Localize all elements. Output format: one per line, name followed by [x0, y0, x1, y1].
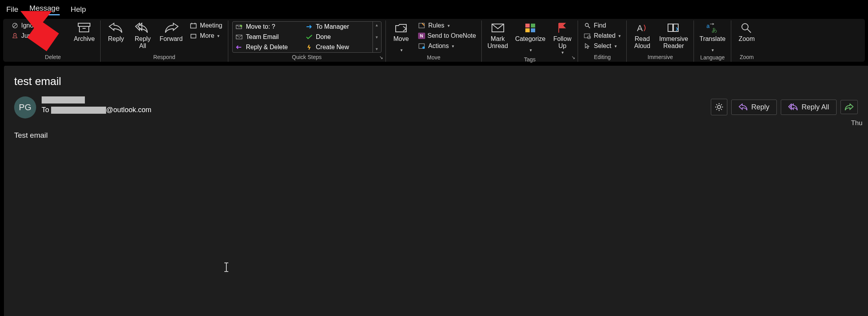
tab-file[interactable]: File: [6, 5, 18, 15]
group-respond-label: Respond: [105, 53, 224, 61]
reply-icon: [739, 103, 747, 111]
pane-replyall-button[interactable]: Reply All: [781, 100, 837, 115]
quickstep-tomanager-label: To Manager: [316, 23, 349, 30]
actions-button[interactable]: Actions▾: [417, 42, 478, 50]
svg-rect-6: [79, 26, 89, 32]
reading-pane: test email PG To @outlook.com Reply Repl…: [4, 66, 868, 316]
readaloud-label: Read Aloud: [634, 35, 650, 50]
to-address-redacted: [51, 107, 106, 114]
quickstep-tomanager[interactable]: To Manager: [303, 22, 373, 32]
sun-icon: [715, 103, 723, 111]
group-language: aあ Translate▾ Language: [694, 20, 731, 62]
more-respond-label: More: [200, 32, 214, 39]
svg-line-38: [721, 104, 722, 105]
svg-text:a: a: [707, 23, 710, 29]
group-delete-label: Delete: [9, 53, 96, 61]
quickstep-moveto[interactable]: Move to: ?: [233, 22, 303, 32]
svg-rect-18: [525, 24, 530, 28]
sender-avatar[interactable]: PG: [14, 96, 36, 118]
svg-rect-8: [191, 24, 196, 28]
svg-point-4: [14, 33, 17, 36]
replyall-label: Reply All: [135, 35, 151, 50]
flag-icon: [557, 22, 567, 34]
tab-help[interactable]: Help: [71, 5, 86, 15]
junk-button[interactable]: Junk▾: [9, 31, 42, 40]
select-label: Select: [594, 43, 611, 50]
svg-rect-11: [191, 34, 196, 38]
rules-button[interactable]: Rules▾: [417, 21, 478, 30]
replyall-icon: [135, 22, 150, 34]
reply-button[interactable]: Reply: [105, 21, 127, 43]
quickstep-done-label: Done: [316, 33, 331, 41]
meeting-label: Meeting: [200, 22, 222, 29]
svg-text:A: A: [637, 23, 643, 33]
immersivereader-button[interactable]: Immersive Reader: [657, 21, 690, 51]
more-respond-button[interactable]: More▾: [188, 31, 224, 40]
move-label: Move: [393, 35, 409, 43]
archive-label: Archive: [74, 35, 95, 43]
onenote-icon: N: [418, 33, 425, 39]
replyall-button[interactable]: Reply All: [131, 21, 154, 51]
ignore-button[interactable]: Ignore: [9, 21, 42, 30]
translate-icon: aあ: [706, 22, 719, 34]
to-suffix: @outlook.com: [106, 106, 151, 114]
toggle-light-button[interactable]: [711, 99, 727, 115]
group-quicksteps: Move to: ? To Manager ▴▾▾ Team Email Don…: [228, 20, 386, 62]
readaloud-button[interactable]: A Read Aloud: [631, 21, 653, 51]
pane-replyall-label: Reply All: [802, 103, 829, 111]
related-button[interactable]: Related▾: [582, 31, 622, 40]
quickstep-teamemail-label: Team Email: [246, 33, 279, 41]
group-quicksteps-label: Quick Steps: [232, 53, 382, 61]
quickstep-createnew[interactable]: Create New: [303, 42, 373, 52]
group-zoom-label: Zoom: [735, 53, 758, 61]
translate-button[interactable]: aあ Translate▾: [698, 21, 727, 54]
forward-button[interactable]: Forward: [158, 21, 184, 43]
onenote-label: Send to OneNote: [428, 32, 476, 39]
followup-label: Follow Up: [553, 35, 571, 50]
svg-point-25: [587, 36, 591, 39]
tab-message[interactable]: Message: [29, 4, 60, 15]
group-move: Move▾ Rules▾ N Send to OneNote Actions▾ …: [386, 20, 482, 62]
archive-button[interactable]: Archive: [72, 21, 96, 43]
message-actionbar: Reply Reply All: [711, 99, 858, 115]
onenote-button[interactable]: N Send to OneNote: [417, 31, 478, 40]
svg-point-29: [742, 24, 748, 30]
group-delete: Ignore Junk▾ Archive Delete: [6, 20, 101, 62]
immersivereader-label: Immersive Reader: [659, 35, 688, 50]
pane-forward-button[interactable]: [840, 100, 858, 114]
quickstep-teamemail[interactable]: Team Email: [233, 32, 303, 42]
markunread-button[interactable]: Mark Unread: [486, 21, 509, 51]
select-button[interactable]: Select▾: [582, 42, 622, 50]
quickstep-done[interactable]: Done: [303, 32, 373, 42]
zoom-label: Zoom: [739, 35, 755, 43]
quickstep-createnew-label: Create New: [316, 44, 349, 51]
zoom-icon: [741, 22, 752, 34]
svg-line-23: [588, 26, 590, 28]
quicksteps-scroll[interactable]: ▴▾▾: [373, 22, 381, 52]
zoom-button[interactable]: Zoom: [735, 21, 758, 43]
meeting-button[interactable]: Meeting: [188, 21, 224, 30]
group-move-label: Move: [390, 54, 478, 61]
followup-button[interactable]: Follow Up▾: [551, 21, 574, 55]
reply-icon: [108, 22, 123, 34]
pane-reply-button[interactable]: Reply: [731, 100, 777, 115]
group-immersive: A Read Aloud Immersive Reader Immersive: [627, 20, 694, 62]
svg-line-3: [13, 24, 17, 27]
quickstep-replydelete-label: Reply & Delete: [246, 44, 288, 51]
translate-label: Translate: [699, 35, 725, 43]
move-button[interactable]: Move▾: [390, 21, 413, 54]
svg-line-30: [747, 29, 751, 33]
categorize-label: Categorize: [515, 35, 545, 43]
svg-line-39: [716, 109, 717, 110]
group-respond: Reply Reply All Forward Meeting: [101, 20, 228, 62]
find-button[interactable]: Find: [582, 21, 622, 30]
menubar: File Message Help: [0, 0, 868, 18]
email-header: PG To @outlook.com Reply Reply All: [14, 96, 858, 118]
quicksteps-launcher[interactable]: ↘: [379, 55, 383, 60]
categorize-button[interactable]: Categorize▾: [514, 21, 547, 54]
tags-launcher[interactable]: ↘: [571, 55, 575, 60]
svg-point-16: [422, 46, 425, 49]
quickstep-replydelete[interactable]: Reply & Delete: [233, 42, 303, 52]
move-icon: [395, 22, 408, 34]
markunread-label: Mark Unread: [487, 35, 508, 50]
